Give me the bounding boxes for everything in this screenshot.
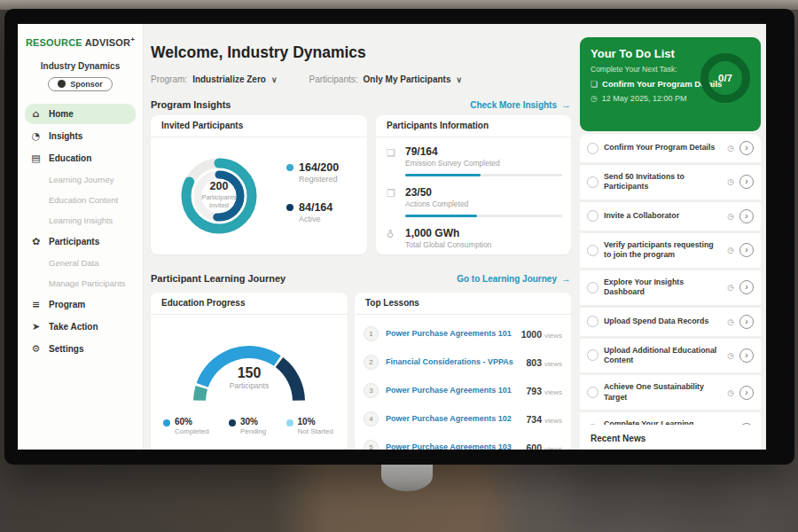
sidebar-item[interactable]: Home: [25, 104, 136, 124]
task-checkbox-icon[interactable]: [587, 316, 598, 327]
sidebar-item[interactable]: Learning Journey: [25, 170, 136, 189]
clipboard-icon: [591, 80, 598, 89]
chevron-right-icon[interactable]: [739, 209, 754, 223]
sidebar-item-label: Participants: [49, 237, 99, 246]
chevron-right-icon[interactable]: [739, 386, 754, 400]
sidebar-item[interactable]: General Data: [25, 254, 136, 272]
sidebar-item[interactable]: Participants: [25, 231, 136, 252]
sidebar-item-label: General Data: [49, 258, 99, 268]
legend-label: Pending: [240, 427, 266, 435]
sidebar-item[interactable]: Learning Insights: [25, 211, 136, 230]
page-title: Welcome, Industry Dynamics: [151, 43, 366, 62]
task-checkbox-icon[interactable]: [587, 176, 598, 188]
legend-label: Active: [299, 215, 332, 223]
lesson-row: 1 Power Purchase Agreements 101 1000view…: [364, 319, 562, 348]
task-checkbox-icon[interactable]: [587, 282, 598, 293]
todo-task[interactable]: Achieve One Sustainability Target: [580, 375, 761, 412]
sidebar-nav: Home Insights Education Learning Journey…: [18, 103, 143, 360]
sponsor-icon: [58, 80, 66, 88]
todo-task-list: Confirm Your Program Details Send 50 Inv…: [580, 134, 761, 450]
task-checkbox-icon[interactable]: [587, 387, 598, 398]
task-checkbox-icon[interactable]: [587, 143, 598, 154]
task-checkbox-icon[interactable]: [587, 210, 598, 222]
gauge-legend: 60% Completed 30% Pending: [151, 408, 348, 435]
sidebar-item[interactable]: Education Content: [25, 191, 136, 209]
donut-legend: 164/200 Registered 84/164 Active: [286, 161, 339, 223]
arrow-right-icon: [561, 273, 571, 284]
info-row: 1,000 GWh Total Global Consumption: [387, 227, 562, 249]
progress-bar: [405, 215, 562, 217]
legend-item: 84/164 Active: [286, 201, 339, 223]
task-checkbox-icon[interactable]: [587, 245, 598, 256]
take-action-icon: [30, 321, 42, 332]
app-logo: RESOURCE ADVISOR+: [18, 35, 143, 48]
card-title: Education Progress: [151, 293, 348, 315]
legend-item: 164/200 Registered: [286, 161, 339, 184]
participants-count-label: Participants: [151, 381, 348, 390]
chevron-right-icon[interactable]: [739, 348, 754, 363]
chevron-right-icon[interactable]: [739, 243, 754, 257]
lesson-row: 4 Power Purchase Agreements 102 734views: [364, 404, 562, 433]
lesson-link[interactable]: Financial Considerations - VPPAs: [386, 357, 519, 366]
todo-task[interactable]: Explore Your Insights Dashboard: [580, 270, 761, 308]
task-label: Explore Your Insights Dashboard: [604, 278, 722, 298]
clock-icon: [727, 317, 734, 326]
task-label: Verify participants requesting to join t…: [604, 240, 722, 261]
lesson-link[interactable]: Power Purchase Agreements 101: [386, 386, 519, 395]
clock-icon: [727, 177, 734, 186]
info-row: 23/50 Actions Completed: [387, 186, 562, 217]
lesson-link[interactable]: Power Purchase Agreements 101: [386, 329, 514, 338]
legend-dot-icon: [286, 204, 293, 211]
chevron-right-icon[interactable]: [739, 315, 754, 329]
task-checkbox-icon[interactable]: [587, 349, 598, 361]
legend-dot-icon: [286, 419, 293, 426]
todo-task[interactable]: Send 50 Invitations to Participants: [580, 165, 761, 202]
lesson-views: 803views: [526, 354, 562, 370]
todo-task[interactable]: Upload Spend Data Records: [580, 308, 761, 339]
sidebar-item[interactable]: Manage Participants: [25, 274, 136, 293]
lesson-views: 793views: [526, 382, 562, 398]
go-to-learning-journey-link[interactable]: Go to Learning Journey: [457, 273, 571, 284]
sidebar-item-label: Learning Journey: [49, 175, 113, 184]
sidebar-item[interactable]: Insights: [25, 126, 136, 146]
todo-task[interactable]: Verify participants requesting to join t…: [580, 233, 761, 270]
donut-center: 200 Participants Invited: [184, 180, 254, 209]
info-label: Total Global Consumption: [405, 240, 562, 249]
sidebar-item[interactable]: Settings: [25, 339, 136, 359]
home-icon: [30, 108, 42, 120]
todo-task[interactable]: Upload Additional Educational Content: [580, 339, 761, 376]
lesson-row: 3 Power Purchase Agreements 101 793views: [364, 376, 562, 404]
check-more-insights-link[interactable]: Check More Insights: [470, 99, 571, 110]
clock-icon: [727, 388, 734, 397]
lesson-rank-badge: 5: [364, 440, 379, 450]
info-value: 23/50: [405, 186, 562, 199]
lesson-rank-badge: 1: [364, 326, 379, 341]
logo-part-2: ADVISOR: [85, 37, 131, 48]
progress-bar: [405, 174, 562, 176]
sidebar-item-label: Learning Insights: [49, 215, 113, 225]
chevron-right-icon[interactable]: [739, 280, 754, 294]
chevron-right-icon[interactable]: [739, 175, 754, 189]
filter-dropdown[interactable]: Program: Industrialize Zero: [151, 74, 278, 84]
legend-value: 164/200: [299, 161, 339, 174]
arrow-right-icon: [561, 99, 571, 110]
lesson-link[interactable]: Power Purchase Agreements 102: [386, 414, 519, 423]
lesson-link[interactable]: Power Purchase Agreements 103: [386, 442, 519, 450]
education-gauge-chart: [168, 319, 331, 408]
invited-count: 200: [184, 180, 254, 192]
card-title: Top Lessons: [355, 293, 571, 315]
sidebar-item-label: Manage Participants: [49, 278, 126, 288]
todo-task[interactable]: Invite a Collaborator: [580, 202, 761, 233]
sidebar-item-label: Education Content: [49, 195, 118, 205]
todo-task[interactable]: Confirm Your Program Details: [580, 134, 761, 165]
settings-icon: [30, 343, 42, 355]
filter-dropdown[interactable]: Participants: Only My Participants: [309, 74, 463, 84]
task-label: Send 50 Invitations to Participants: [604, 172, 722, 192]
chevron-right-icon[interactable]: [739, 141, 754, 155]
sidebar-item[interactable]: Take Action: [25, 317, 136, 337]
legend-label: Not Started: [298, 427, 333, 435]
sidebar-item[interactable]: Program: [25, 294, 136, 315]
task-label: Achieve One Sustainability Target: [604, 382, 722, 403]
sidebar-item[interactable]: Education: [25, 148, 136, 168]
clock-icon: [727, 283, 734, 292]
